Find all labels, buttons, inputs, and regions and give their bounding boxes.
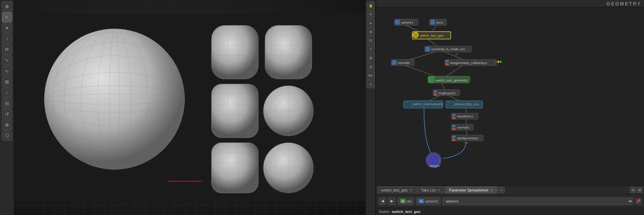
tab-collapse-btn[interactable]: ⊟ [630,187,636,193]
svg-text:merge1: merge1 [430,164,440,168]
svg-rect-160 [452,136,455,138]
switch-prefix: Switch [379,210,389,214]
toolbar-btn-12[interactable]: ⊗ [2,120,12,130]
back-icon: ◀ [381,199,384,203]
text-viewport-btn[interactable]: abc [367,71,375,79]
tab-parameter-spreadsheet[interactable]: Parameter Spreadsheet ✕ [445,186,497,194]
toolbar-btn-10[interactable]: ⊟ [2,98,12,108]
svg-rect-142 [434,91,437,93]
svg-rect-119 [430,20,435,25]
svg-text:box1: box1 [436,21,444,24]
toolbar-btn-9[interactable]: ○ [2,87,12,98]
pin-btn[interactable]: 📌 [635,198,641,204]
node-select[interactable]: sphere1 [443,198,633,205]
svg-rect-122 [413,32,418,38]
svg-point-29 [44,29,185,169]
svg-text:uv: uv [455,52,458,56]
svg-rect-132 [445,60,449,63]
right-panel: GEOMETRY [375,0,644,215]
svg-text:switch_test_geo: switch_test_geo [420,34,444,37]
svg-rect-133 [445,63,449,66]
toolbar-btn-5[interactable]: ⟳ [2,44,12,55]
tab-switch-test-geo[interactable]: switch_test_geo ✕ [377,186,417,194]
tab-param-close[interactable]: ✕ [490,188,494,192]
tab-take-close[interactable]: ✕ [437,188,441,192]
svg-rect-152 [452,114,455,116]
tab-param-label: Parameter Spreadsheet [449,188,488,192]
svg-rect-51 [265,25,312,79]
scene-svg [14,0,375,215]
tab-expand-btn[interactable]: ⊞ [637,187,643,193]
toolbar-btn-3[interactable]: ✕ [2,23,12,33]
add-viewport-btn[interactable]: ⊕ [367,28,375,36]
svg-rect-156 [452,125,455,127]
forward-btn[interactable]: ▶ [388,198,396,205]
svg-text:✕: ✕ [447,101,450,104]
svg-text:sphere1: sphere1 [401,21,413,24]
obj-icon: ▣ [400,199,406,203]
svg-point-135 [495,61,497,63]
toolbar-btn-13[interactable]: ⎔ [2,131,12,141]
svg-rect-157 [452,128,455,130]
close-viewport-btn[interactable]: ✕ [367,10,375,18]
toolbar-btn-select[interactable]: ↖ [2,12,12,22]
svg-rect-143 [434,94,437,96]
main-viewport[interactable]: 🔒 ✕ ◈ ⊕ 12 ⇧ ⊞ ⊟ abc ⊛ [14,0,375,215]
svg-text:_INPUT_UNCHANGED: _INPUT_UNCHANGED [411,103,443,106]
sphere1-icon: ◉ [418,199,424,203]
render-viewport-btn[interactable]: ⊛ [367,80,375,88]
svg-rect-161 [452,139,455,141]
node-graph-header: GEOMETRY [376,0,644,7]
svg-rect-81 [212,143,258,193]
tab-bar-right: ⊟ ⊞ [630,187,643,193]
svg-text:normal1: normal1 [457,126,469,129]
grid-viewport-btn[interactable]: ⊞ [367,54,375,62]
bottom-bar: ◀ ▶ ▣ obj ◉ sphere1 sphere1 📌 [376,194,644,208]
node-graph-canvas[interactable]: sphere1 box1 switch_test_geo uvunwrap_to… [376,7,644,185]
forward-icon: ▶ [390,199,393,203]
toolbar-btn-8[interactable]: ⊞ [2,77,12,87]
geometry-title: GEOMETRY [606,1,641,6]
obj-btn[interactable]: ▣ obj [398,198,414,205]
level-display: 12 [367,36,375,44]
svg-text:uv: uv [465,141,468,144]
svg-point-136 [497,61,499,63]
up-viewport-btn[interactable]: ⇧ [367,45,375,53]
toolbar-btn-6[interactable]: ⤡ [2,55,12,65]
svg-text:✕: ✕ [405,101,408,104]
toolbar-btn-4[interactable]: ↕ [2,34,12,44]
tab-bar: switch_test_geo ✕ Take List ✕ Parameter … [376,185,644,194]
svg-text:attribpromote1: attribpromote1 [457,136,479,140]
tab-switch-label: switch_test_geo [381,188,408,192]
tab-take-list[interactable]: Take List ✕ [417,186,445,194]
svg-text:transform1: transform1 [457,114,473,118]
svg-rect-116 [395,20,400,25]
left-toolbar: ⊕ ↖ ✕ ↕ ⟳ ⤡ ∿ ⊞ ○ ⊟ ↺ ⊗ ⎔ [0,0,14,215]
svg-rect-125 [425,47,430,51]
svg-text:switch_test_geometry: switch_test_geometry [435,78,468,82]
toolbar-btn-7[interactable]: ∿ [2,66,12,76]
svg-text:_VISUALIZED_UVs: _VISUALIZED_UVs [452,103,479,106]
svg-text:normal2: normal2 [398,61,410,65]
obj-label: obj [407,199,412,203]
viewport-right-toolbar: 🔒 ✕ ◈ ⊕ 12 ⇧ ⊞ ⊟ abc ⊛ [365,0,375,215]
pin-viewport-btn[interactable]: ◈ [367,19,375,27]
tab-switch-close[interactable]: ✕ [409,188,413,192]
svg-rect-41 [212,25,258,79]
svg-point-137 [500,61,502,63]
svg-rect-139 [429,77,434,82]
svg-rect-61 [212,84,258,138]
back-btn[interactable]: ◀ [379,198,386,205]
toolbar-btn-11[interactable]: ↺ [2,109,12,119]
toolbar-btn-1[interactable]: ⊕ [2,1,12,11]
svg-rect-153 [452,117,455,119]
minus-viewport-btn[interactable]: ⊟ [367,63,375,71]
sphere1-btn[interactable]: ◉ sphere1 [416,198,441,205]
tab-take-label: Take List [421,188,435,192]
svg-text:uvunwrap_to_create_uvs: uvunwrap_to_create_uvs [431,47,465,51]
sphere1-label: sphere1 [425,199,439,203]
svg-rect-129 [392,60,397,65]
switch-node-name: switch_test_geo [392,210,420,214]
tab-add-btn[interactable]: + [498,187,505,193]
lock-viewport-btn[interactable]: 🔒 [367,1,375,9]
